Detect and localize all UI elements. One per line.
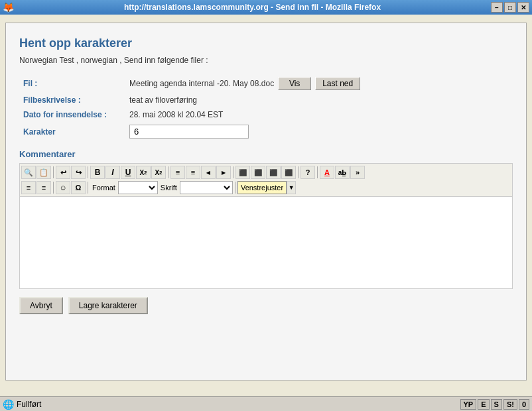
vis-button[interactable]: Vis — [278, 77, 311, 90]
help-button[interactable]: ? — [300, 166, 315, 179]
karakter-input[interactable] — [129, 125, 249, 139]
dato-row: Dato for innsendelse : 28. mai 2008 kl 2… — [19, 107, 513, 122]
dato-label: Dato for innsendelse : — [19, 107, 125, 122]
align-dropdown-arrow[interactable]: ▼ — [287, 181, 296, 194]
tb-separator-4 — [233, 166, 233, 178]
browser-chrome: Hent opp karakterer Norwegian Test , nor… — [0, 15, 532, 381]
subscript-button[interactable]: X2 — [136, 166, 151, 179]
skrift-label: Skrift — [159, 184, 179, 192]
editor-toolbar: 🔍 📋 ↩ ↪ B I U X2 X2 ≡ ≡ ◂ ▸ ⬛ ⬛ ⬛ — [19, 163, 513, 196]
main-window: Hent opp karakterer Norwegian Test , nor… — [5, 23, 527, 381]
tb-separator-1 — [53, 166, 54, 178]
titlebar-icon: 🦊 — [3, 2, 14, 13]
karakter-row: Karakter — [19, 122, 513, 141]
status-badge-s[interactable]: S — [491, 399, 502, 410]
kommentarer-label: Kommentarer — [19, 149, 513, 159]
subtitle: Norwegian Test , norwegian , Send inn fø… — [19, 56, 513, 65]
align-left-button[interactable]: ⬛ — [235, 166, 250, 179]
minimize-button[interactable]: − — [491, 2, 503, 13]
more-button[interactable]: » — [350, 166, 365, 179]
filbeskrivelse-label: Filbeskrivelse : — [19, 93, 125, 107]
status-badge-yp[interactable]: YP — [460, 399, 477, 410]
outdent2-button[interactable]: ≡ — [36, 181, 51, 194]
undo-button[interactable]: ↩ — [56, 166, 70, 179]
format-label: Format — [90, 184, 117, 192]
align-dropdown[interactable]: Venstrejuster — [237, 181, 287, 194]
tb-separator-9 — [235, 182, 235, 194]
font-color-button[interactable]: A — [320, 166, 334, 179]
copy-button[interactable]: 📋 — [36, 166, 51, 179]
omega-button[interactable]: Ω — [71, 181, 86, 194]
outdent-button[interactable]: ◂ — [201, 166, 216, 179]
align-right-button[interactable]: ⬛ — [266, 166, 281, 179]
indent2-button[interactable]: ≡ — [21, 181, 36, 194]
status-left: 🌐 Fullført — [3, 399, 41, 410]
abc-button[interactable]: ab̲ — [335, 166, 350, 179]
status-globe-icon: 🌐 — [3, 399, 14, 410]
dato-value: 28. mai 2008 kl 20.04 EST — [125, 107, 513, 122]
align-justify-button[interactable]: ⬛ — [281, 166, 296, 179]
file-value: Meeting agenda internal -20. May 08.doc … — [125, 74, 513, 93]
ordered-list-button[interactable]: ≡ — [170, 166, 185, 179]
form-table: Fil : Meeting agenda internal -20. May 0… — [19, 74, 513, 141]
underline-button[interactable]: U — [121, 166, 135, 179]
editor-body[interactable] — [19, 196, 513, 289]
status-badge-0[interactable]: 0 — [519, 399, 529, 410]
italic-button[interactable]: I — [105, 166, 120, 179]
unordered-list-button[interactable]: ≡ — [186, 166, 200, 179]
align-center-button[interactable]: ⬛ — [251, 166, 265, 179]
titlebar-controls: − □ ✕ — [491, 2, 529, 13]
redo-button[interactable]: ↪ — [71, 166, 86, 179]
page-title: Hent opp karakterer — [19, 36, 513, 50]
titlebar-title: http://translations.lamscommunity.org - … — [14, 3, 491, 12]
last-ned-button[interactable]: Last ned — [315, 77, 360, 90]
close-button[interactable]: ✕ — [517, 2, 529, 13]
avbryt-button[interactable]: Avbryt — [19, 297, 63, 314]
align-value: Venstrejuster — [241, 184, 283, 192]
tb-separator-2 — [88, 166, 88, 178]
tb-separator-3 — [168, 166, 168, 178]
karakter-input-cell — [125, 122, 513, 141]
superscript-button[interactable]: X2 — [151, 166, 166, 179]
filbeskrivelse-value: teat av filoverføring — [125, 93, 513, 107]
titlebar: 🦊 http://translations.lamscommunity.org … — [0, 0, 532, 15]
tb-separator-6 — [317, 166, 318, 178]
karakter-label: Karakter — [19, 122, 125, 141]
status-text: Fullført — [17, 400, 41, 409]
tb-separator-7 — [53, 182, 54, 194]
file-actions: Meeting agenda internal -20. May 08.doc … — [129, 77, 509, 90]
indent-button[interactable]: ▸ — [216, 166, 231, 179]
statusbar: 🌐 Fullført YP E S S! 0 — [0, 396, 532, 411]
tb-separator-5 — [298, 166, 299, 178]
form-actions: Avbryt Lagre karakterer — [19, 297, 513, 314]
filbeskrivelse-row: Filbeskrivelse : teat av filoverføring — [19, 93, 513, 107]
file-label: Fil : — [19, 74, 125, 93]
bold-button[interactable]: B — [90, 166, 105, 179]
maximize-button[interactable]: □ — [504, 2, 516, 13]
find-button[interactable]: 🔍 — [21, 166, 36, 179]
file-row: Fil : Meeting agenda internal -20. May 0… — [19, 74, 513, 93]
emoji-button[interactable]: ☺ — [56, 181, 70, 194]
status-badge-ss[interactable]: S! — [503, 399, 517, 410]
file-name: Meeting agenda internal -20. May 08.doc — [129, 79, 274, 88]
lagre-button[interactable]: Lagre karakterer — [68, 297, 148, 314]
status-right: YP E S S! 0 — [460, 399, 530, 410]
status-badge-e[interactable]: E — [478, 399, 489, 410]
toolbar-row-1: 🔍 📋 ↩ ↪ B I U X2 X2 ≡ ≡ ◂ ▸ ⬛ ⬛ ⬛ — [21, 165, 511, 180]
toolbar-row-2: ≡ ≡ ☺ Ω Format Skrift Venstrejuster — [21, 180, 511, 195]
tb-separator-8 — [88, 182, 88, 194]
format-select[interactable] — [118, 181, 158, 194]
font-select[interactable] — [180, 181, 233, 194]
